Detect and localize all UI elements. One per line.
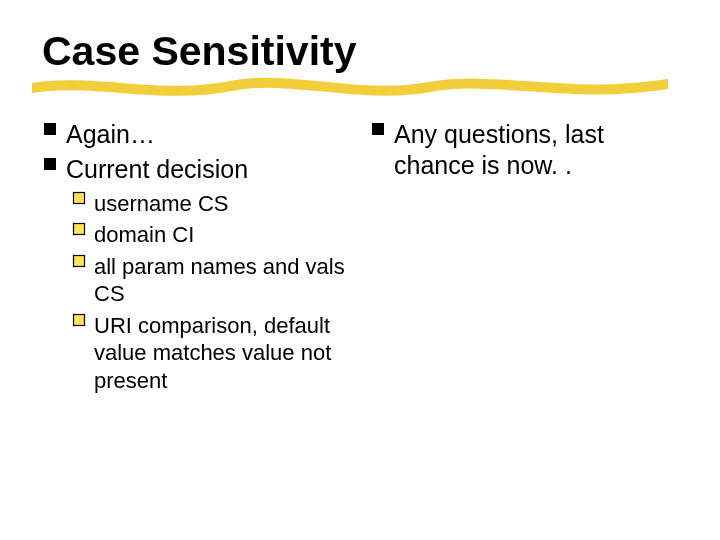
bullet-current-decision: Current decision xyxy=(42,154,350,185)
square-outline-bullet-icon xyxy=(72,222,94,236)
square-outline-bullet-icon xyxy=(72,254,94,268)
bullet-param-names: all param names and vals CS xyxy=(72,253,350,308)
square-bullet-icon xyxy=(370,121,394,137)
bullet-any-questions: Any questions, last chance is now. . xyxy=(370,119,678,182)
svg-rect-4 xyxy=(74,255,85,266)
svg-rect-6 xyxy=(372,123,384,135)
square-outline-bullet-icon xyxy=(72,191,94,205)
columns: Again… Current decision username CS doma… xyxy=(42,115,678,398)
bullet-uri-comparison: URI comparison, default value matches va… xyxy=(72,312,350,395)
svg-rect-3 xyxy=(74,224,85,235)
square-bullet-icon xyxy=(42,156,66,172)
square-bullet-icon xyxy=(42,121,66,137)
left-column: Again… Current decision username CS doma… xyxy=(42,115,350,398)
bullet-text: username CS xyxy=(94,190,229,218)
title-underline xyxy=(32,76,668,102)
bullet-username-cs: username CS xyxy=(72,190,350,218)
title-block: Case Sensitivity xyxy=(42,28,678,75)
svg-rect-2 xyxy=(74,192,85,203)
bullet-again: Again… xyxy=(42,119,350,150)
bullet-text: Current decision xyxy=(66,154,248,185)
svg-rect-5 xyxy=(74,314,85,325)
right-column: Any questions, last chance is now. . xyxy=(370,115,678,398)
square-outline-bullet-icon xyxy=(72,313,94,327)
bullet-text: domain CI xyxy=(94,221,194,249)
slide-title: Case Sensitivity xyxy=(42,28,678,75)
bullet-text: Again… xyxy=(66,119,155,150)
svg-rect-1 xyxy=(44,158,56,170)
slide: Case Sensitivity Again… Current decision xyxy=(0,0,720,540)
svg-rect-0 xyxy=(44,123,56,135)
bullet-text: URI comparison, default value matches va… xyxy=(94,312,350,395)
bullet-domain-ci: domain CI xyxy=(72,221,350,249)
bullet-text: Any questions, last chance is now. . xyxy=(394,119,678,182)
bullet-text: all param names and vals CS xyxy=(94,253,350,308)
